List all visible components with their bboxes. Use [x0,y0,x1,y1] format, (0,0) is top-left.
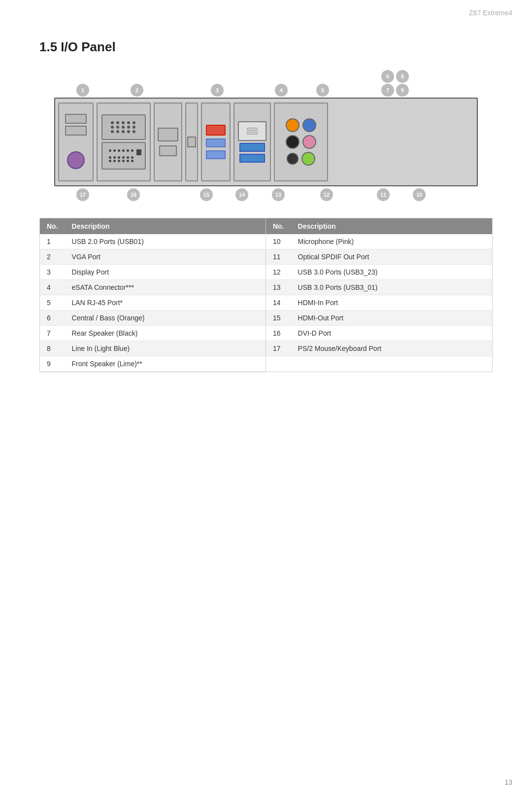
hdmi-out-port [159,145,177,156]
row-desc: Optical SPDIF Out Port [291,249,492,265]
displayport-port [158,128,178,141]
top-numbers-row: 1 2 3 4 5 6 8 [54,69,478,97]
table-row: 10Microphone (Pink) [266,234,492,249]
page-header: Z87 Extreme4 [469,9,512,17]
row-desc: HDMI-Out Port [291,311,492,326]
bot-num-10: 10 [413,188,426,201]
table-row: 12USB 3.0 Ports (USB3_23) [266,265,492,280]
bot-num-14: 14 [235,188,248,201]
product-name: Z87 Extreme4 [469,9,512,17]
bot-num-15: 15 [200,188,213,201]
io-diagram: 1 2 3 4 5 6 8 [54,69,478,206]
hdmi-in-port [187,137,196,147]
row-desc: HDMI-In Port [291,295,492,311]
usb3-port-1 [239,143,265,152]
row-desc: DVI-D Port [291,326,492,341]
bot-num-11: 11 [377,188,390,201]
row-no: 1 [40,234,65,249]
table-row: 3Display Port [40,265,266,280]
audio-lime [301,152,315,166]
top-num-678-group: 6 8 7 9 [381,70,409,97]
slot-audio [274,103,328,181]
table-row: 11Optical SPDIF Out Port [266,249,492,265]
audio-pink [302,135,316,149]
vga-port [101,114,146,140]
row-no: 11 [266,249,291,265]
dvi-port [101,142,146,170]
page-footer: 13 [504,778,512,786]
right-table: No. Description 10Microphone (Pink)11Opt… [266,218,492,356]
right-header-no: No. [266,218,291,234]
row-desc: Central / Bass (Orange) [65,311,266,326]
table-row: 6Central / Bass (Orange) [40,311,266,326]
bot-num-13: 13 [272,188,285,201]
bottom-numbers-row: 17 16 15 14 13 12 11 10 [54,186,478,206]
page-number: 13 [504,778,512,786]
row-no: 17 [266,341,291,356]
audio-blue [302,118,316,132]
optical-port [287,153,299,165]
row-no: 10 [266,234,291,249]
row-no: 9 [40,356,65,372]
row-no: 7 [40,326,65,341]
table-left: No. Description 1USB 2.0 Ports (USB01)2V… [40,218,266,372]
port-table-wrapper: No. Description 1USB 2.0 Ports (USB01)2V… [39,218,493,372]
row-desc: Rear Speaker (Black) [65,326,266,341]
slot-dp-hdmi-out [154,103,182,181]
slot-lan-usb3 [233,103,271,181]
usb3-port-2 [239,154,265,163]
row-desc: Microphone (Pink) [291,234,492,249]
table-row: 7Rear Speaker (Black) [40,326,266,341]
table-row: 5LAN RJ-45 Port* [40,295,266,311]
slot-esata-usb [201,103,231,181]
top-num-4: 4 [275,84,288,97]
row-no: 3 [40,265,65,280]
row-no: 14 [266,295,291,311]
bot-num-16: 16 [127,188,140,201]
row-desc: Display Port [65,265,266,280]
row-no: 2 [40,249,65,265]
table-row: 4eSATA Connector*** [40,280,266,295]
table-row: 9Front Speaker (Lime)** [40,356,266,372]
row-no: 16 [266,326,291,341]
ps2-port-purple [67,151,85,169]
slot-hdmi-in [185,103,198,181]
section-title: 1.5 I/O Panel [39,39,493,55]
row-desc: eSATA Connector*** [65,280,266,295]
usb2-port-esata [206,139,226,147]
usb2-port-esata2 [206,150,226,159]
table-row: 16DVI-D Port [266,326,492,341]
row-no: 6 [40,311,65,326]
table-row: 1USB 2.0 Ports (USB01) [40,234,266,249]
lan-port [238,121,266,141]
row-desc: VGA Port [65,249,266,265]
table-right: No. Description 10Microphone (Pink)11Opt… [266,218,492,372]
row-desc: LAN RJ-45 Port* [65,295,266,311]
table-row: 17PS/2 Mouse/Keyboard Port [266,341,492,356]
row-desc: PS/2 Mouse/Keyboard Port [291,341,492,356]
row-no: 13 [266,280,291,295]
top-num-1: 1 [76,84,89,97]
table-row: 13USB 3.0 Ports (USB3_01) [266,280,492,295]
esata-port [206,125,226,136]
io-panel-body [54,98,478,186]
table-row: 14HDMI-In Port [266,295,492,311]
top-num-3: 3 [211,84,224,97]
row-desc: USB 3.0 Ports (USB3_23) [291,265,492,280]
left-header-no: No. [40,218,65,234]
slot-vga-dvi [97,103,151,181]
row-desc: USB 3.0 Ports (USB3_01) [291,280,492,295]
row-no: 8 [40,341,65,356]
table-row: 2VGA Port [40,249,266,265]
table-row: 8Line In (Light Blue) [40,341,266,356]
row-no: 4 [40,280,65,295]
bot-num-17: 17 [76,188,89,201]
row-desc: Front Speaker (Lime)** [65,356,266,372]
table-row: 15HDMI-Out Port [266,311,492,326]
top-num-2: 2 [131,84,143,97]
audio-orange [286,118,299,132]
row-desc: USB 2.0 Ports (USB01) [65,234,266,249]
row-desc: Line In (Light Blue) [65,341,266,356]
bot-num-12: 12 [320,188,333,201]
left-header-desc: Description [65,218,266,234]
